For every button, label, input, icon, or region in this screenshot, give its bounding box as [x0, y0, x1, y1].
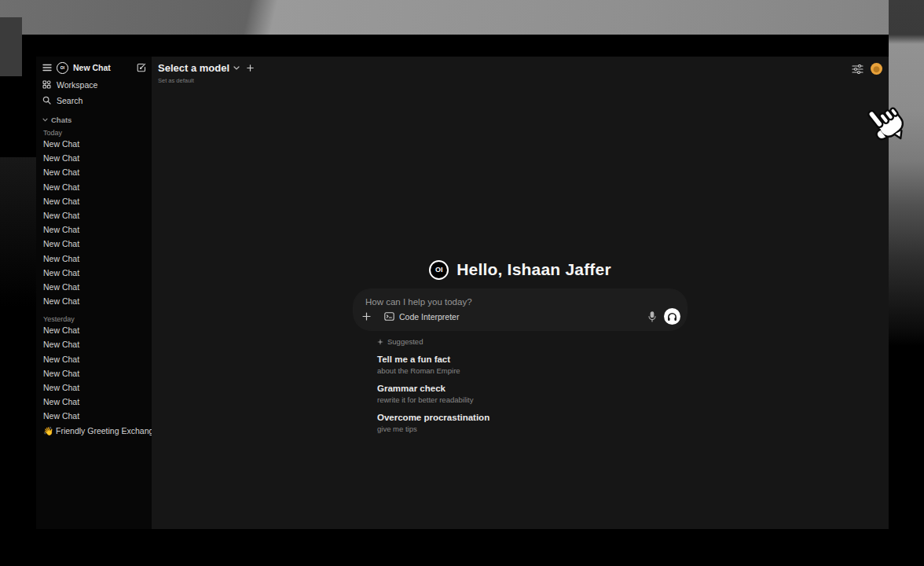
model-selector-label: Select a model: [158, 62, 229, 74]
suggested-header: Suggested: [377, 337, 687, 346]
suggestion-item[interactable]: Tell me a fun fact about the Roman Empir…: [377, 354, 687, 375]
chevron-down-icon: [233, 66, 240, 70]
chat-list-item[interactable]: New Chat: [36, 337, 152, 351]
sidebar-toggle-icon[interactable]: [42, 64, 52, 72]
headphones-icon: [667, 312, 677, 322]
chat-list-item[interactable]: New Chat: [36, 137, 152, 151]
settings-sliders-icon[interactable]: [852, 64, 864, 74]
sidebar: OI New Chat Workspace Search: [36, 57, 152, 529]
app-logo-icon: OI: [429, 260, 449, 280]
suggestion-title: Overcome procrastination: [377, 412, 687, 423]
greeting-text: Hello, Ishaan Jaffer: [456, 260, 611, 279]
chat-list-item[interactable]: New Chat: [36, 380, 152, 395]
suggestion-item[interactable]: Grammar check rewrite it for better read…: [377, 383, 687, 404]
chat-list-item[interactable]: New Chat: [36, 252, 152, 266]
chat-list-item[interactable]: New Chat: [36, 395, 152, 409]
voice-mode-button[interactable]: [664, 308, 680, 325]
main-area: Select a model Set as default: [152, 57, 889, 529]
search-label: Search: [57, 96, 82, 105]
chat-input[interactable]: [364, 294, 676, 310]
greeting-row: OI Hello, Ishaan Jaffer: [354, 259, 687, 281]
suggestion-item[interactable]: Overcome procrastination give me tips: [377, 412, 687, 433]
suggestion-subtitle: give me tips: [377, 424, 687, 433]
add-model-icon[interactable]: [247, 64, 254, 72]
model-selector[interactable]: Select a model Set as default: [158, 62, 254, 84]
chevron-down-icon: [42, 118, 48, 122]
app-top-strip: [36, 35, 889, 57]
wallpaper-top-band: [0, 0, 889, 35]
code-interpreter-label: Code Interpreter: [399, 312, 459, 322]
chat-list-item-friendly-greeting[interactable]: 👋 Friendly Greeting Exchange: [36, 424, 152, 438]
chat-list-item[interactable]: New Chat: [36, 151, 152, 165]
chats-section-toggle[interactable]: Chats: [42, 116, 147, 124]
chats-section-label: Chats: [51, 116, 72, 124]
chat-list-item[interactable]: New Chat: [36, 194, 152, 208]
sparkle-icon: [377, 339, 383, 345]
app-logo-icon: OI: [57, 62, 68, 74]
chat-list-item[interactable]: New Chat: [36, 208, 152, 222]
chat-list-item[interactable]: New Chat: [36, 294, 152, 308]
suggested-label: Suggested: [387, 337, 423, 346]
sidebar-item-workspace[interactable]: Workspace: [42, 79, 147, 90]
sidebar-title: New Chat: [73, 63, 111, 72]
sidebar-item-search[interactable]: Search: [42, 95, 147, 105]
code-interpreter-toggle[interactable]: Code Interpreter: [384, 312, 459, 322]
suggested-section: Suggested Tell me a fun fact about the R…: [377, 337, 687, 433]
chat-group-label-yesterday: Yesterday: [43, 315, 147, 323]
chat-list-item[interactable]: New Chat: [36, 366, 152, 380]
workspace-grid-icon: [42, 80, 51, 89]
wallpaper-left-shade: [0, 157, 36, 307]
chat-list-item[interactable]: New Chat: [36, 180, 152, 194]
microphone-icon[interactable]: [648, 311, 656, 322]
wallpaper-left-block: [0, 17, 22, 76]
user-avatar[interactable]: [871, 63, 882, 75]
new-chat-icon[interactable]: [137, 63, 146, 72]
attach-plus-icon[interactable]: [362, 312, 371, 321]
chat-list-item[interactable]: New Chat: [36, 165, 152, 179]
chat-list-item[interactable]: New Chat: [36, 323, 152, 337]
chat-input-box[interactable]: Code Interpreter: [354, 289, 687, 330]
chat-list-item[interactable]: New Chat: [36, 352, 152, 366]
code-interpreter-icon: [384, 312, 394, 321]
chat-list-item[interactable]: New Chat: [36, 409, 152, 423]
chat-list-item[interactable]: New Chat: [36, 237, 152, 251]
suggestion-subtitle: rewrite it for better readability: [377, 395, 687, 404]
workspace-label: Workspace: [57, 80, 97, 90]
chat-list-item[interactable]: New Chat: [36, 266, 152, 280]
chat-list-item[interactable]: New Chat: [36, 222, 152, 237]
set-as-default-link[interactable]: Set as default: [158, 77, 254, 84]
suggestion-subtitle: about the Roman Empire: [377, 366, 687, 375]
chat-list-item[interactable]: New Chat: [36, 280, 152, 294]
sidebar-header: OI New Chat: [42, 61, 146, 74]
search-icon: [42, 96, 51, 105]
chat-group-label-today: Today: [43, 129, 147, 137]
suggestion-title: Tell me a fun fact: [377, 354, 687, 365]
suggestion-title: Grammar check: [377, 383, 687, 394]
wallpaper-right-band: [889, 0, 924, 346]
app-window: OI New Chat Workspace Search: [36, 35, 889, 529]
